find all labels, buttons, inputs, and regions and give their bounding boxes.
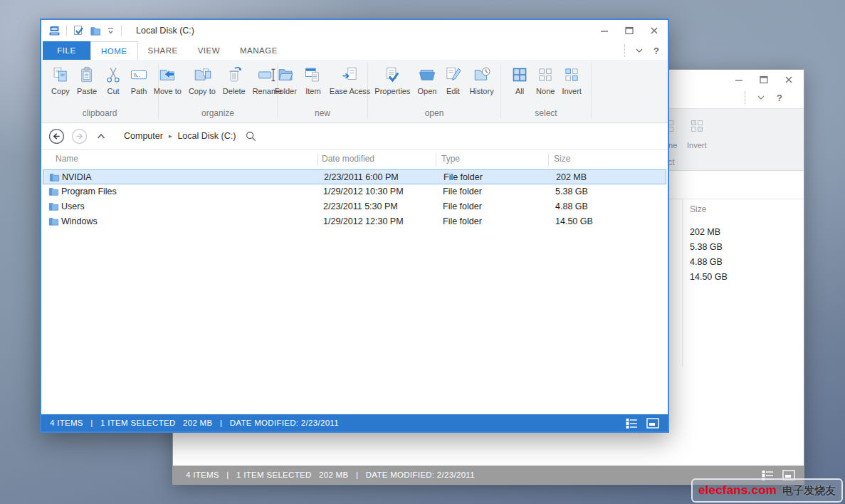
cell-type: File folder (443, 199, 482, 214)
ribbon-group-select: AllNoneInvertselect (501, 60, 591, 122)
up-button[interactable] (96, 132, 106, 140)
column-divider[interactable] (317, 153, 318, 166)
background-ribbon-right: ? (745, 91, 782, 104)
history-button[interactable]: History (466, 65, 496, 95)
column-divider[interactable] (436, 153, 436, 166)
back-button[interactable] (48, 128, 65, 145)
column-header-name[interactable]: Name (56, 154, 78, 164)
quick-access-folder-icon[interactable] (90, 26, 101, 36)
ribbon-collapse-button[interactable] (756, 93, 766, 102)
properties-icon (383, 65, 401, 84)
divider (121, 25, 122, 36)
app-logo-icon (48, 25, 61, 36)
ribbon-tabs: FILEHOMESHAREVIEWMANAGE (41, 41, 668, 60)
forward-button[interactable] (71, 128, 88, 145)
breadcrumb-arrow-icon[interactable]: ▸ (163, 132, 178, 140)
group-label-open: open (368, 108, 500, 118)
ease-acess-button[interactable]: Ease Acess (327, 65, 373, 95)
copy-icon (51, 65, 70, 84)
copy-to-button[interactable]: Copy to (186, 65, 219, 95)
button-label: Properties (374, 87, 410, 95)
watermark-brand: elecfans.com (698, 483, 777, 498)
quick-access-dropdown-icon[interactable] (106, 26, 115, 35)
open-button[interactable]: Open (414, 65, 439, 95)
button-label: Cut (107, 87, 120, 95)
item-button[interactable]: Item (301, 65, 325, 95)
tab-file[interactable]: FILE (43, 41, 90, 60)
size-value: 14.50 GB (690, 270, 728, 285)
group-label-new: new (278, 108, 367, 118)
new-item-icon (304, 65, 322, 84)
column-divider (682, 199, 683, 367)
column-headers: NameDate modifiedTypeSize (41, 149, 668, 169)
cell-name: Program Files (61, 184, 117, 199)
breadcrumb[interactable]: Computer▸Local Disk (C:) (124, 131, 236, 141)
invert-button[interactable]: Invert (559, 65, 584, 95)
folder-button[interactable]: Folder (272, 65, 300, 95)
select-all-icon (510, 65, 529, 84)
invert-button[interactable]: Invert (687, 117, 707, 149)
all-button[interactable]: All (508, 65, 532, 95)
column-header-date-modified[interactable]: Date modified (322, 154, 374, 164)
column-header-type[interactable]: Type (441, 154, 460, 164)
thumbnail-view-icon[interactable] (646, 418, 659, 429)
none-button[interactable]: None (533, 65, 557, 95)
properties-button[interactable]: Properties (372, 65, 413, 95)
paste-button[interactable]: Paste (74, 65, 100, 95)
button-label: Move to (154, 87, 182, 95)
cut-button[interactable]: Cut (101, 65, 125, 95)
breadcrumb-item[interactable]: Computer (124, 131, 163, 141)
column-header-size[interactable]: Size (690, 204, 706, 214)
window-title: Local Disk (C:) (136, 26, 194, 36)
cell-type: File folder (443, 184, 482, 199)
group-label-clipboard: clipboard (41, 108, 158, 118)
group-divider (591, 63, 592, 119)
delete-button[interactable]: Delete (220, 65, 248, 95)
list-view-icon[interactable] (626, 418, 638, 429)
button-label: Path (131, 87, 147, 95)
path-button[interactable]: \\..Path (127, 65, 151, 95)
address-bar: Computer▸Local Disk (C:) (41, 123, 668, 149)
move-to-button[interactable]: Move to (151, 65, 184, 95)
table-row-program-files[interactable]: Program Files 1/29/2012 10:30 PM File fo… (43, 184, 666, 199)
status-bar: 4 ITEMS | 1 ITEM SELECTED 202 MB | DATE … (41, 414, 668, 431)
button-label: Copy to (189, 87, 216, 95)
column-divider[interactable] (548, 153, 549, 166)
column-header-size[interactable]: Size (554, 154, 570, 164)
button-label: Paste (77, 87, 97, 95)
size-value: 5.38 GB (690, 240, 728, 255)
divider (624, 44, 625, 57)
edit-icon (444, 65, 462, 84)
close-button[interactable] (784, 75, 794, 85)
minimize-button[interactable] (599, 26, 609, 36)
close-button[interactable] (649, 26, 659, 36)
help-button[interactable]: ? (654, 46, 659, 56)
cell-name: Users (61, 199, 85, 214)
history-icon (473, 65, 491, 84)
maximize-button[interactable] (759, 75, 769, 85)
table-row-windows[interactable]: Windows 1/29/2012 12:30 PM File folder 1… (43, 214, 666, 229)
minimize-button[interactable] (734, 75, 744, 85)
tab-manage[interactable]: MANAGE (230, 41, 288, 60)
button-label: Edit (446, 87, 460, 95)
help-button[interactable]: ? (777, 93, 782, 103)
breadcrumb-item[interactable]: Local Disk (C:) (177, 131, 236, 141)
folder-icon (49, 172, 60, 182)
explorer-window: Local Disk (C:) FILEHOMESHAREVIEWMANAGE … (40, 19, 669, 433)
copy-button[interactable]: Copy (48, 65, 73, 95)
table-row-users[interactable]: Users 2/23/2011 5:30 PM File folder 4.88… (43, 199, 666, 214)
select-none-icon (536, 65, 555, 84)
tab-home[interactable]: HOME (90, 41, 138, 60)
tab-view[interactable]: VIEW (188, 41, 230, 60)
maximize-button[interactable] (624, 26, 634, 36)
watermark-chinese: 电子发烧友 (782, 484, 836, 498)
search-icon[interactable] (246, 131, 256, 142)
ribbon-collapse-button[interactable] (634, 46, 644, 55)
button-label: Open (417, 87, 436, 95)
edit-button[interactable]: Edit (441, 65, 465, 95)
button-label: Folder (275, 87, 297, 95)
cell-date-modified: 2/23/2011 5:30 PM (323, 199, 398, 214)
tab-share[interactable]: SHARE (138, 41, 188, 60)
quick-access-properties-icon[interactable] (73, 25, 84, 36)
table-row-nvidia[interactable]: NVIDIA 2/23/2011 6:00 PM File folder 202… (43, 169, 666, 184)
